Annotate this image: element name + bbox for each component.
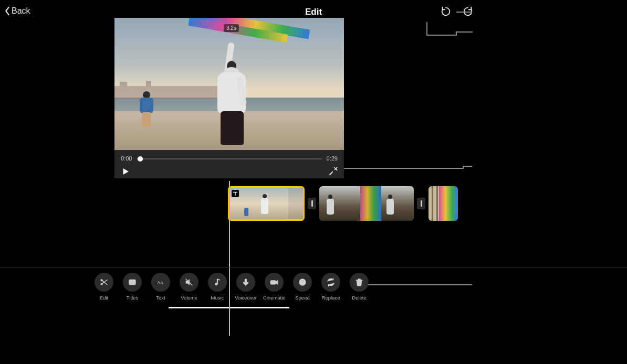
microphone-icon [241, 277, 250, 287]
titles-icon [128, 277, 137, 287]
divider [0, 267, 627, 268]
tool-label: Volume [181, 295, 197, 301]
redo-icon [462, 5, 474, 17]
time-total: 0:29 [327, 155, 338, 162]
tool-label: Replace [322, 295, 340, 301]
svg-text:Aa: Aa [157, 280, 163, 285]
timeline[interactable] [0, 186, 627, 221]
speedometer-icon [298, 277, 307, 287]
preview-person-child [137, 91, 158, 132]
callout-line [343, 168, 464, 169]
callout-line [456, 31, 457, 36]
tool-edit[interactable]: Edit [95, 273, 113, 301]
callout-line [463, 166, 472, 167]
title-badge-icon [232, 190, 239, 197]
preview-frame[interactable]: 3.2s [114, 18, 344, 150]
tool-label: Speed [295, 295, 309, 301]
undo-icon [440, 5, 452, 17]
tool-titles[interactable]: Titles [123, 273, 142, 301]
transition-button[interactable] [308, 198, 316, 209]
clip-duration-badge: 3.2s [224, 24, 239, 32]
replace-icon [326, 277, 336, 287]
tool-label: Edit [100, 295, 108, 301]
tool-label: Music [211, 295, 224, 301]
fullscreen-button[interactable] [328, 166, 339, 178]
timeline-clip-selected[interactable] [228, 186, 305, 221]
undo-button[interactable] [440, 5, 452, 19]
video-viewer: 3.2s 0:00 0:29 [114, 18, 344, 178]
tool-volume[interactable]: Volume [180, 273, 198, 301]
preview-buildings [114, 86, 220, 99]
tool-voiceover[interactable]: Voiceover [236, 273, 255, 301]
callout-line [426, 22, 427, 36]
timeline-clip[interactable] [429, 186, 458, 221]
transition-button[interactable] [417, 198, 425, 209]
timeline-playhead[interactable] [229, 181, 230, 336]
scrubber-bar: 0:00 0:29 [114, 150, 344, 178]
trash-icon [354, 277, 364, 287]
music-note-icon [213, 277, 222, 287]
callout-line [456, 12, 472, 13]
tool-label: Voiceover [235, 295, 257, 301]
scrubber-playhead[interactable] [138, 156, 143, 162]
time-current: 0:00 [121, 155, 132, 162]
tool-delete[interactable]: Delete [350, 273, 369, 301]
scrubber-track[interactable] [137, 158, 322, 159]
edit-toolbar: Edit Titles Aa Text Volume Music Voiceov… [0, 273, 627, 301]
timeline-clip[interactable] [319, 186, 414, 221]
callout-line [456, 31, 473, 33]
tool-speed[interactable]: Speed [293, 273, 312, 301]
tool-label: Delete [352, 295, 366, 301]
play-icon [121, 167, 130, 176]
tool-replace[interactable]: Replace [321, 273, 340, 301]
play-button[interactable] [121, 167, 130, 178]
callout-line [463, 166, 464, 169]
svg-rect-7 [270, 281, 276, 284]
text-icon: Aa [156, 277, 165, 287]
tool-music[interactable]: Music [208, 273, 227, 301]
callout-line [426, 35, 457, 36]
volume-mute-icon [184, 277, 194, 287]
expand-icon [328, 166, 339, 176]
tool-label: Text [156, 295, 165, 301]
scissors-icon [99, 277, 109, 287]
tool-label: Titles [127, 295, 138, 301]
page-title: Edit [0, 7, 627, 17]
tool-label: Cinematic [263, 295, 285, 301]
tool-text[interactable]: Aa Text [151, 273, 170, 301]
camera-icon [269, 277, 279, 287]
preview-person-adult [208, 40, 255, 145]
tool-cinematic[interactable]: Cinematic [265, 273, 284, 301]
